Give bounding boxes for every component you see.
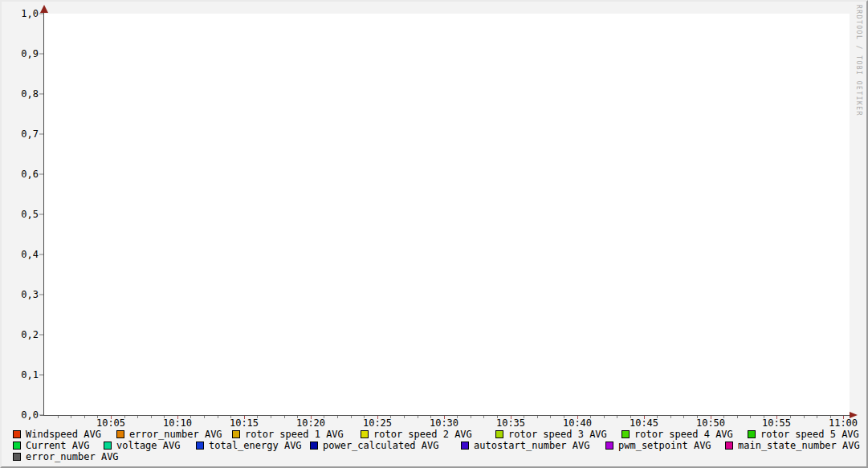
x-tick-label: 10:45: [630, 418, 658, 428]
x-major-tick: [444, 416, 445, 419]
x-minor-tick: [537, 416, 538, 418]
y-tick-label: 0,3: [11, 290, 39, 299]
y-major-tick: [39, 54, 43, 55]
x-major-tick: [311, 416, 312, 419]
major-gridline-v: [244, 14, 245, 415]
minor-gridline-h: [44, 142, 850, 143]
legend-swatch: [116, 430, 124, 438]
x-tick-label: 10:05: [96, 418, 125, 428]
minor-gridline-h: [44, 198, 850, 199]
minor-gridline-h: [44, 238, 850, 239]
major-gridline-h: [44, 254, 850, 255]
major-gridline-v: [511, 14, 511, 415]
x-minor-tick: [257, 416, 258, 418]
y-tick-label: 0,4: [11, 250, 39, 259]
y-major-tick: [39, 14, 43, 14]
x-tick-label: 10:10: [163, 418, 192, 428]
x-minor-tick: [670, 416, 671, 418]
minor-gridline-h: [44, 118, 850, 119]
x-minor-tick: [617, 416, 617, 418]
x-minor-tick: [58, 416, 59, 418]
x-tick-label: 10:30: [430, 418, 458, 428]
y-major-tick: [39, 335, 43, 336]
legend-swatch: [13, 442, 21, 450]
plot-area: [44, 14, 850, 415]
legend-label: error_number AVG: [129, 429, 222, 440]
major-gridline-h: [44, 94, 850, 95]
y-major-tick: [39, 415, 43, 416]
minor-gridline-h: [44, 391, 850, 392]
legend-swatch: [13, 453, 21, 461]
legend-item: power_calculated AVG: [310, 440, 439, 451]
legend-item: Windspeed AVG: [13, 429, 101, 440]
minor-gridline-h: [44, 150, 850, 151]
major-gridline-v: [377, 14, 378, 415]
x-minor-tick: [683, 416, 684, 418]
x-tick-label: 10:35: [496, 418, 525, 428]
x-tick-label: 10:15: [230, 418, 259, 428]
major-gridline-h: [44, 295, 850, 295]
x-tick-label: 10:50: [696, 418, 725, 428]
minor-gridline-h: [44, 383, 850, 384]
x-major-tick: [776, 416, 777, 419]
x-minor-tick: [630, 416, 631, 418]
x-minor-tick: [564, 416, 564, 418]
minor-gridline-h: [44, 319, 850, 319]
legend-label: rotor speed 3 AVG: [508, 429, 607, 440]
x-minor-tick: [430, 416, 431, 418]
legend-item: rotor speed 5 AVG: [748, 429, 859, 440]
legend-label: Windspeed AVG: [26, 429, 101, 440]
minor-gridline-h: [44, 311, 850, 311]
x-tick-label: 10:20: [296, 418, 325, 428]
minor-gridline-h: [44, 279, 850, 279]
minor-gridline-h: [44, 22, 850, 22]
x-minor-tick: [124, 416, 125, 418]
major-gridline-v: [444, 14, 445, 415]
x-minor-tick: [284, 416, 285, 418]
minor-gridline-h: [44, 126, 850, 127]
legend-item: rotor speed 3 AVG: [495, 429, 607, 440]
x-major-tick: [577, 416, 578, 419]
legend-swatch: [461, 442, 469, 450]
x-minor-tick: [230, 416, 231, 418]
y-tick-label: 1,0: [11, 9, 39, 18]
x-major-tick: [511, 416, 511, 419]
y-tick-label: 0,8: [11, 89, 39, 99]
major-gridline-v: [311, 14, 312, 415]
minor-gridline-h: [44, 351, 850, 352]
minor-gridline-h: [44, 62, 850, 63]
x-minor-tick: [218, 416, 218, 418]
minor-gridline-h: [44, 70, 850, 71]
major-gridline-v: [177, 14, 178, 415]
major-gridline-h: [44, 14, 850, 14]
x-minor-tick: [137, 416, 138, 418]
legend-swatch: [196, 442, 204, 450]
minor-gridline-h: [44, 46, 850, 47]
legend-item: rotor speed 1 AVG: [232, 429, 344, 440]
minor-gridline-h: [44, 110, 850, 111]
legend-item: total_energy AVG: [196, 440, 302, 451]
minor-gridline-h: [44, 206, 850, 207]
x-major-tick: [644, 416, 645, 419]
x-minor-tick: [297, 416, 298, 418]
legend-label: Current AVG: [26, 441, 89, 451]
y-major-tick: [39, 214, 43, 215]
minor-gridline-h: [44, 343, 850, 344]
minor-gridline-h: [44, 190, 850, 191]
minor-gridline-h: [44, 86, 850, 87]
y-tick-label: 0,0: [11, 410, 39, 420]
legend-label: rotor speed 2 AVG: [373, 429, 472, 440]
rrdtool-graph: 0,00,10,20,30,40,50,60,70,80,91,0 10:051…: [0, 0, 868, 468]
legend-swatch: [605, 442, 613, 450]
major-gridline-v: [776, 14, 777, 415]
x-major-tick: [177, 416, 178, 419]
legend-swatch: [104, 442, 112, 450]
major-gridline-h: [44, 54, 850, 55]
major-gridline-v: [111, 14, 112, 415]
x-tick-label: 10:25: [363, 418, 392, 428]
minor-gridline-h: [44, 359, 850, 360]
y-axis-line: [43, 8, 44, 416]
major-gridline-h: [44, 375, 850, 376]
x-axis-line: [40, 415, 851, 416]
y-major-tick: [39, 295, 43, 295]
